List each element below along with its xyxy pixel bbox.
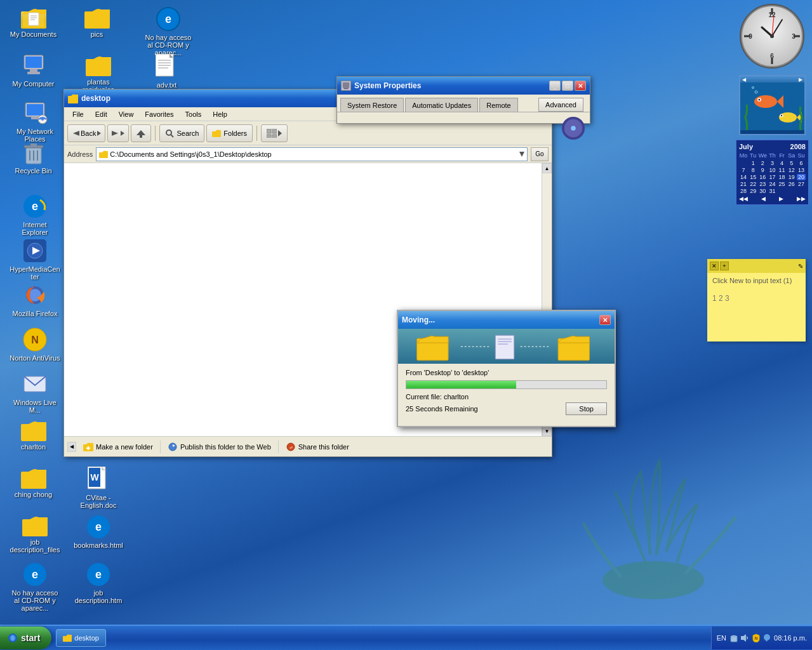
mail-icon (22, 371, 48, 397)
desktop-icon-firefox[interactable]: Mozilla Firefox (10, 282, 60, 317)
menu-file[interactable]: File (67, 109, 89, 119)
svg-marker-87 (112, 131, 118, 136)
recycle-icon (21, 140, 46, 165)
start-button[interactable]: start (0, 627, 51, 649)
back-button[interactable]: Back (67, 124, 105, 142)
desktop-icon-cvitae[interactable]: W CVitae - English.doc (73, 467, 124, 509)
calendar-month: July (739, 143, 753, 150)
svg-rect-14 (27, 72, 40, 74)
publish-btn[interactable]: Publish this folder to the Web (164, 441, 275, 453)
advanced-btn[interactable]: Advanced (538, 98, 583, 112)
statusbar-left-arrow[interactable]: ◀ (67, 442, 76, 452)
ie-icon: e (22, 562, 48, 587)
desktop-icon-job-htm[interactable]: e job description.htm (73, 562, 124, 604)
menu-view[interactable]: View (114, 109, 139, 119)
sysProps-close-btn[interactable]: ✕ (575, 81, 586, 91)
sysProps-max-btn[interactable]: □ (562, 81, 573, 91)
icon-label: My Documents (10, 30, 57, 38)
desktop-icon-ie[interactable]: e Internet Explorer (10, 194, 60, 236)
desktop-icon-ching-chong[interactable]: ching chong (10, 467, 57, 498)
up-button[interactable] (131, 124, 151, 142)
tab-system-restore[interactable]: System Restore (340, 98, 404, 112)
fish-widget: ◀ ▶ (739, 75, 806, 135)
desktop-icon-adv-txt[interactable]: adv.txt (143, 54, 190, 89)
make-folder-btn[interactable]: Make a new folder (79, 441, 157, 453)
svg-text:e: e (165, 13, 171, 25)
desktop-icon-bookmarks[interactable]: e bookmarks.html (73, 514, 124, 549)
svg-text:3: 3 (792, 33, 795, 40)
svg-marker-100 (519, 152, 524, 157)
sysProps-titlebar: System Properties _ □ ✕ (337, 77, 590, 95)
desktop: My Documents pics e No hay acceso al CD-… (0, 0, 812, 625)
svg-text:N: N (754, 636, 757, 640)
share-btn[interactable]: ⤶ Share this folder (282, 441, 353, 453)
menu-favorites[interactable]: Favorites (140, 109, 178, 119)
svg-rect-95 (272, 129, 277, 133)
moving-dialog: Moving... ✕ (397, 310, 616, 427)
search-button[interactable]: Search (159, 124, 204, 142)
desktop-icon-plantas[interactable]: plantas residuales (73, 54, 124, 93)
sticky-note: ✕ + ✎ Click New to input text (1) 1 2 3 (707, 259, 806, 342)
system-props-window: System Properties _ □ ✕ System Restore A… (336, 76, 590, 124)
lang-indicator: EN (717, 634, 726, 642)
svg-point-73 (779, 112, 797, 123)
desktop-icon-my-computer[interactable]: My Computer (10, 54, 57, 88)
svg-rect-4 (29, 13, 39, 25)
tab-remote[interactable]: Remote (479, 98, 518, 112)
menu-tools[interactable]: Tools (180, 109, 207, 119)
folders-button[interactable]: Folders (206, 124, 253, 142)
address-label: Address (67, 150, 93, 158)
moving-current-file: Current file: charlton (406, 393, 607, 401)
desktop-icon-cd-rom-2[interactable]: e No hay acceso al CD-ROM y aparec... (10, 562, 60, 612)
sysProps-title: System Properties (354, 81, 546, 90)
desktop-icon-pics[interactable]: pics (73, 6, 121, 38)
start-label: start (21, 633, 40, 643)
firefox-icon (22, 282, 48, 308)
folder-icon (84, 6, 110, 29)
desktop-icon-cd-rom-1[interactable]: e No hay acceso al CD-ROM y aparec... (143, 6, 194, 56)
menu-help[interactable]: Help (208, 109, 232, 119)
address-path[interactable]: C:\Documents and Settings\j0s3_1\Desktop… (110, 150, 517, 158)
sticky-close-icon[interactable]: ✕ (710, 262, 719, 270)
desktop-icon-recycle[interactable]: Recycle Bin (10, 140, 57, 175)
menu-edit[interactable]: Edit (90, 109, 112, 119)
desktop-icon-hypermedia[interactable]: HyperMediaCenter (10, 238, 60, 281)
ie-icon: e (86, 514, 111, 540)
desktop-icon-wlm[interactable]: Windows Live M... (10, 371, 60, 414)
moving-remaining: 25 Seconds Remaining (406, 405, 478, 413)
svg-text:W: W (90, 472, 99, 482)
svg-text:e: e (32, 568, 38, 581)
icon-label: ching chong (15, 491, 52, 498)
icon-label: job description_files (10, 538, 60, 554)
folder-icon (21, 419, 46, 441)
desktop-icon-job-files[interactable]: job description_files (10, 514, 60, 554)
tab-auto-update[interactable]: Automatic Updates (405, 98, 478, 112)
svg-text:e: e (95, 568, 102, 581)
toolbar-separator-1 (155, 126, 156, 141)
statusbar-separator-2 (278, 441, 279, 453)
svg-rect-96 (267, 135, 271, 138)
moving-close-btn[interactable]: ✕ (599, 315, 611, 325)
sysProps-min-btn[interactable]: _ (549, 81, 561, 91)
forward-button[interactable] (107, 124, 129, 142)
folder-icon (22, 514, 48, 536)
view-button[interactable] (261, 124, 288, 142)
sticky-numbers: 1 2 3 (712, 294, 801, 303)
bg-decoration (558, 441, 749, 599)
taskbar-desktop-btn[interactable]: desktop (56, 629, 106, 647)
svg-text:e: e (32, 200, 38, 213)
sticky-new-icon[interactable]: + (720, 262, 729, 270)
moving-stop-btn[interactable]: Stop (566, 402, 607, 415)
sticky-pencil-icon[interactable]: ✎ (798, 263, 803, 270)
go-button[interactable]: Go (531, 147, 549, 161)
desktop-icon-network[interactable]: My Network Places (10, 102, 60, 143)
sticky-content: Click New to input text (1) (712, 277, 801, 284)
balloon-tray-icon (763, 634, 771, 642)
desktop-icon-norton[interactable]: N Norton AntiVirus (10, 327, 60, 362)
desktop-icon-my-documents[interactable]: My Documents (10, 6, 57, 38)
svg-text:9: 9 (749, 33, 752, 40)
desktop-icon-charlton[interactable]: charlton (10, 419, 57, 451)
svg-point-76 (781, 115, 782, 116)
svg-rect-47 (22, 519, 48, 536)
svg-text:6: 6 (770, 53, 774, 60)
